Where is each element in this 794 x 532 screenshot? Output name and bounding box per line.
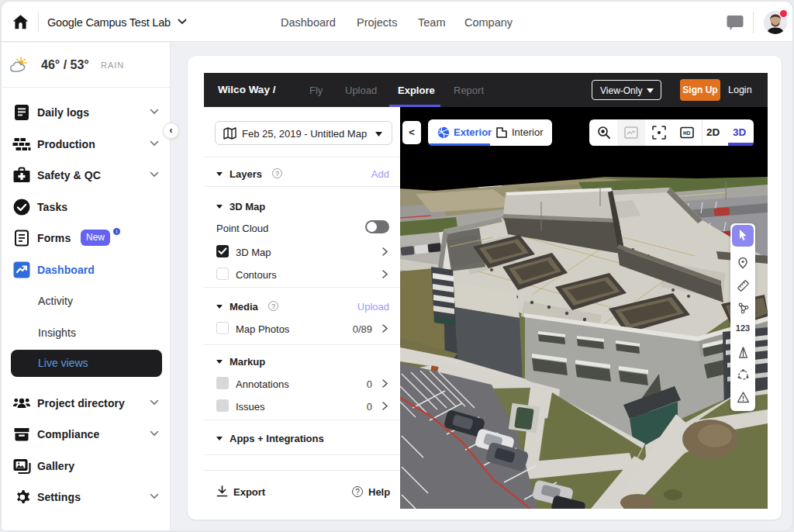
svg-text:HD: HD <box>683 130 691 136</box>
